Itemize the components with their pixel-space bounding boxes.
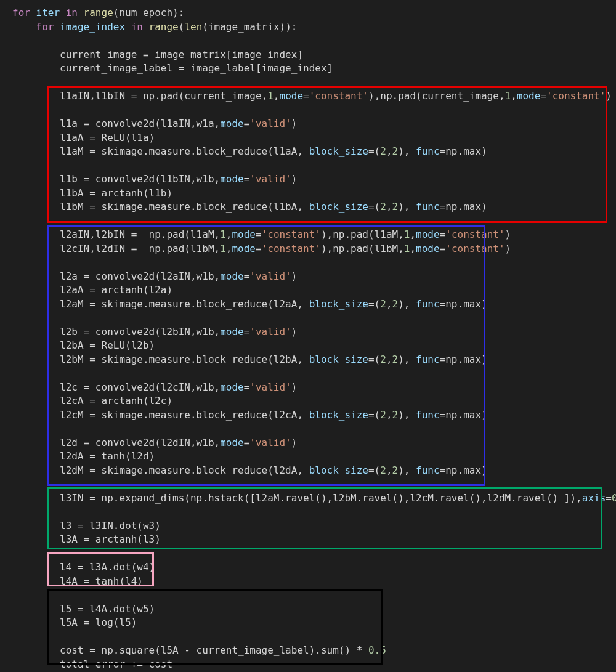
code-text: = bbox=[244, 118, 250, 129]
blank-line bbox=[0, 34, 616, 48]
param: func bbox=[416, 464, 440, 476]
code-text: ) bbox=[291, 118, 298, 129]
code-text: ), bbox=[398, 298, 416, 310]
code-text: ) bbox=[291, 381, 298, 393]
code-text: l2cIN,l2dIN = np.pad(l1bM, bbox=[12, 243, 220, 254]
blank-line bbox=[0, 505, 616, 519]
number: 1 bbox=[220, 229, 226, 240]
code-text: ) bbox=[505, 229, 511, 240]
number: 2 bbox=[380, 145, 386, 157]
code-text: = bbox=[244, 270, 250, 282]
code-text: (num_epoch): bbox=[113, 7, 185, 18]
code-editor[interactable]: for iter in range(num_epoch): for image_… bbox=[0, 0, 616, 672]
code-text: = bbox=[440, 229, 446, 240]
code-line: l1bA = arctanh(l1b) bbox=[0, 187, 616, 201]
keyword-for: for bbox=[12, 7, 30, 18]
param: mode bbox=[220, 118, 244, 129]
code-text: iter bbox=[30, 7, 66, 18]
code-text: (image_matrix)): bbox=[202, 21, 297, 33]
blank-line bbox=[0, 630, 616, 644]
code-text: ), bbox=[398, 464, 416, 476]
code-text: =( bbox=[368, 354, 380, 365]
code-line: l1aM = skimage.measure.block_reduce(l1aA… bbox=[0, 145, 616, 159]
code-text: l5A = log(l5) bbox=[12, 617, 137, 628]
keyword-in: in bbox=[66, 7, 78, 18]
code-text: =np.max) bbox=[440, 464, 487, 476]
code-text: current_image_label = image_label[image_… bbox=[12, 62, 333, 74]
code-text: l2dA = tanh(l2d) bbox=[12, 450, 155, 462]
number: 1 bbox=[267, 90, 274, 102]
param: axis bbox=[582, 492, 606, 504]
code-line: l4 = l3A.dot(w4) bbox=[0, 561, 616, 575]
param: func bbox=[416, 201, 440, 213]
code-text: ), bbox=[398, 354, 416, 365]
code-line: l1b = convolve2d(l1bIN,w1b,mode='valid') bbox=[0, 172, 616, 187]
code-text: l2bM = skimage.measure.block_reduce(l2bA… bbox=[12, 354, 309, 365]
code-text: =np.max) bbox=[440, 409, 487, 421]
blank-line bbox=[0, 477, 616, 492]
code-line: l3A = arctanh(l3) bbox=[0, 533, 616, 547]
param: block_size bbox=[309, 145, 368, 157]
param: block_size bbox=[309, 298, 368, 310]
param: func bbox=[416, 354, 440, 365]
string: 'valid' bbox=[249, 326, 291, 338]
code-text: l2aIN,l2bIN = np.pad(l1aM, bbox=[12, 229, 220, 240]
code-text: =np.max) bbox=[440, 201, 487, 213]
code-text: =( bbox=[368, 145, 380, 157]
blank-line bbox=[0, 588, 616, 602]
code-text: ),np.pad(l1aM, bbox=[321, 229, 404, 240]
code-text: , bbox=[226, 243, 232, 254]
string: 'valid' bbox=[249, 118, 291, 129]
code-text: = bbox=[244, 381, 250, 393]
code-text: l2d = convolve2d(l2dIN,w1b, bbox=[12, 437, 220, 448]
keyword-in: in bbox=[131, 21, 143, 33]
string: 'constant' bbox=[546, 90, 606, 102]
code-text: , bbox=[386, 298, 392, 310]
param: func bbox=[416, 409, 440, 421]
string: 'constant' bbox=[445, 243, 505, 254]
code-text: ( bbox=[179, 21, 185, 33]
number: 2 bbox=[392, 354, 399, 365]
code-text: l1bM = skimage.measure.block_reduce(l1bA… bbox=[12, 201, 309, 213]
param: block_size bbox=[309, 464, 368, 476]
blank-line bbox=[0, 547, 616, 561]
code-text: =np.max) bbox=[440, 354, 487, 365]
code-line: current_image = image_matrix[image_index… bbox=[0, 48, 616, 62]
code-text: = bbox=[540, 90, 546, 102]
code-line: l5 = l4A.dot(w5) bbox=[0, 602, 616, 617]
code-text: l2aA = arctanh(l2a) bbox=[12, 284, 172, 296]
number: 1 bbox=[220, 243, 226, 254]
code-text: l1aM = skimage.measure.block_reduce(l1aA… bbox=[12, 145, 309, 157]
code-text: = bbox=[256, 243, 262, 254]
code-text: ),np.pad(l1bM, bbox=[321, 243, 404, 254]
code-text: current_image = image_matrix[image_index… bbox=[12, 49, 303, 60]
code-line: l2dA = tanh(l2d) bbox=[0, 450, 616, 464]
code-text: , bbox=[386, 354, 392, 365]
code-line: l2cA = arctanh(l2c) bbox=[0, 394, 616, 408]
string: 'valid' bbox=[249, 173, 291, 185]
string: 'constant' bbox=[445, 229, 505, 240]
number: 2 bbox=[380, 298, 386, 310]
code-text: = bbox=[256, 229, 262, 240]
code-text: ) bbox=[606, 90, 612, 102]
code-line: for image_index in range(len(image_matri… bbox=[0, 20, 616, 34]
code-line: l1a = convolve2d(l1aIN,w1a,mode='valid') bbox=[0, 117, 616, 131]
code-text: , bbox=[511, 90, 517, 102]
code-text: =np.max) bbox=[440, 298, 487, 310]
code-text: l4A = tanh(l4) bbox=[12, 575, 143, 587]
code-text: ) bbox=[291, 326, 298, 338]
code-text: ), bbox=[398, 201, 416, 213]
code-line: total_error += cost bbox=[0, 658, 616, 672]
string: 'constant' bbox=[262, 243, 321, 254]
code-text: ) bbox=[505, 243, 511, 254]
code-text: ) bbox=[291, 270, 298, 282]
param: mode bbox=[517, 90, 541, 102]
code-text: ) bbox=[291, 173, 298, 185]
code-text: total_error += cost bbox=[12, 658, 172, 670]
code-text: l2a = convolve2d(l2aIN,w1b, bbox=[12, 270, 220, 282]
number: 2 bbox=[392, 201, 399, 213]
code-line: l2d = convolve2d(l2dIN,w1b,mode='valid') bbox=[0, 436, 616, 450]
code-line: l1aIN,l1bIN = np.pad(current_image,1,mod… bbox=[0, 89, 616, 103]
param: mode bbox=[220, 326, 244, 338]
number: 1 bbox=[404, 243, 410, 254]
